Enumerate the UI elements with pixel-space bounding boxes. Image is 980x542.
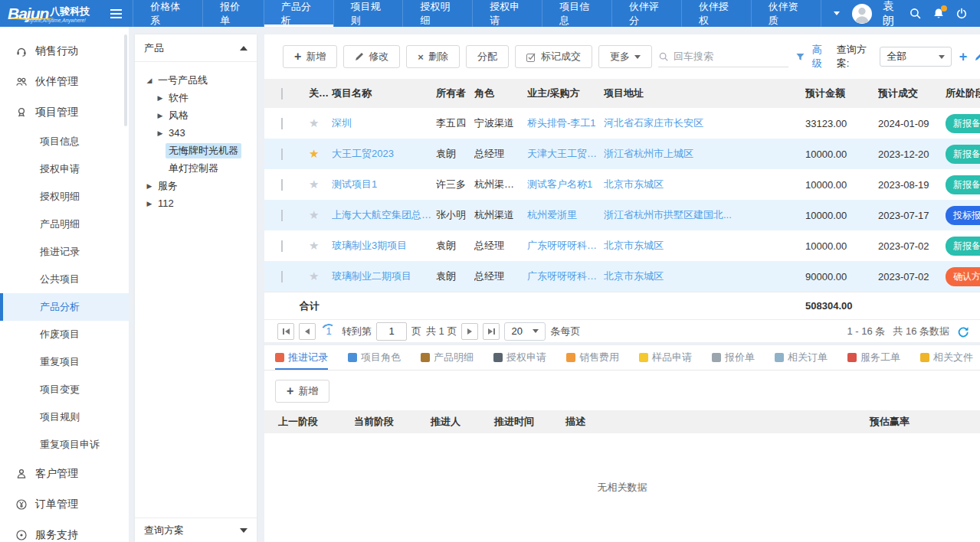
star-icon[interactable]: ★ <box>309 239 319 252</box>
more-button[interactable]: 更多 <box>598 45 652 68</box>
nav-item[interactable]: 项目信息 <box>542 0 611 27</box>
avatar[interactable] <box>852 4 872 24</box>
detail-tab[interactable]: 产品明细 <box>421 345 474 370</box>
advanced-search-link[interactable]: 高级 <box>812 43 829 70</box>
star-icon[interactable]: ★ <box>309 178 319 191</box>
menu-toggle-icon[interactable] <box>100 0 133 27</box>
address-link[interactable]: 北京市东城区 <box>604 239 805 253</box>
sidebar-item[interactable]: 服务支持 <box>0 520 129 542</box>
buyer-link[interactable]: 杭州爱浙里 <box>527 208 604 222</box>
project-name-link[interactable]: 大王工贸2023 <box>332 147 436 161</box>
tree-node[interactable]: ▶ 软件 <box>139 89 252 106</box>
collapse-up-icon[interactable] <box>240 46 247 51</box>
bell-icon[interactable] <box>932 8 945 20</box>
first-page-button[interactable] <box>277 323 294 340</box>
sidebar-scrollbar[interactable] <box>124 34 127 126</box>
star-icon[interactable]: ★ <box>309 208 319 221</box>
nav-item[interactable]: 授权申请 <box>472 0 542 27</box>
sidebar-item[interactable]: 项目信息 <box>0 128 129 155</box>
nav-more-dropdown[interactable] <box>821 0 852 27</box>
prev-page-button[interactable] <box>299 323 316 340</box>
add-button[interactable]: + 新增 <box>283 45 337 68</box>
detail-tab[interactable]: 授权申请 <box>493 345 546 370</box>
nav-item[interactable]: 伙伴授权 <box>681 0 751 27</box>
current-page[interactable]: 1 <box>320 323 337 340</box>
assign-button[interactable]: 分配 <box>466 45 509 68</box>
last-page-button[interactable] <box>483 323 500 340</box>
sidebar-item[interactable]: 产品分析 <box>0 293 129 321</box>
search-icon[interactable] <box>909 7 922 20</box>
project-name-link[interactable]: 玻璃制业二期项目 <box>332 269 436 283</box>
detail-tab[interactable]: 报价单 <box>712 345 755 370</box>
row-checkbox[interactable] <box>281 271 283 282</box>
star-icon[interactable]: ★ <box>309 147 319 160</box>
detail-tab[interactable]: 服务工单 <box>847 345 900 370</box>
buyer-link[interactable]: 广东呀呀呀科技有限... <box>527 269 604 283</box>
search-input[interactable] <box>674 51 788 62</box>
tree-header[interactable]: 产品 <box>135 34 257 62</box>
row-checkbox[interactable] <box>281 179 283 191</box>
detail-tab[interactable]: 相关订单 <box>775 345 828 370</box>
query-plan-select[interactable]: 全部 <box>880 47 952 67</box>
tree-expander-icon[interactable]: ▶ <box>155 94 166 102</box>
project-name-link[interactable]: 玻璃制业3期项目 <box>332 239 436 253</box>
tree-node[interactable]: 无悔牌时光机器 <box>139 142 252 159</box>
mark-deal-button[interactable]: 标记成交 <box>515 45 592 68</box>
tree-node[interactable]: ▶ 112 <box>139 194 252 212</box>
address-link[interactable]: 浙江省杭州市拱墅区建国北... <box>604 208 805 222</box>
tree-node[interactable]: ▶ 风格 <box>139 106 252 124</box>
nav-item[interactable]: 产品分析 <box>264 0 333 27</box>
address-link[interactable]: 河北省石家庄市长安区 <box>604 116 805 130</box>
row-checkbox[interactable] <box>281 118 283 129</box>
edit-plan-icon[interactable] <box>975 51 980 62</box>
sidebar-item[interactable]: 伙伴管理 <box>0 67 129 97</box>
detail-tab[interactable]: 样品申请 <box>639 345 692 370</box>
tree-expander-icon[interactable]: ▶ <box>155 112 166 119</box>
nav-item[interactable]: 价格体系 <box>133 0 202 27</box>
add-plan-icon[interactable]: + <box>959 50 968 64</box>
sidebar-item[interactable]: 授权明细 <box>0 183 129 211</box>
buyer-link[interactable]: 桥头排骨-李工1 <box>527 116 604 130</box>
table-row[interactable]: ★ 测试项目1 许三多 杭州渠道经理 测试客户名称1 北京市东城区 10000.… <box>264 169 980 200</box>
goto-page-input[interactable] <box>376 322 407 341</box>
nav-item[interactable]: 伙伴资质 <box>751 0 821 27</box>
star-icon[interactable]: ★ <box>309 269 319 282</box>
row-checkbox[interactable] <box>281 149 283 160</box>
detail-tab[interactable]: 销售费用 <box>566 345 619 370</box>
nav-item[interactable]: 伙伴评分 <box>611 0 681 27</box>
sidebar-item[interactable]: 授权申请 <box>0 155 129 183</box>
tree-expander-icon[interactable]: ▶ <box>144 200 155 207</box>
query-plan-footer[interactable]: 查询方案 <box>135 518 257 542</box>
tree-node[interactable]: ▶ 服务 <box>139 177 252 194</box>
nav-item[interactable]: 报价单 <box>202 0 263 27</box>
edit-button[interactable]: 修改 <box>343 45 400 68</box>
sidebar-item[interactable]: 作废项目 <box>0 321 129 348</box>
page-size-select[interactable]: 20 <box>504 322 546 341</box>
detail-tab[interactable]: 项目角色 <box>348 345 401 370</box>
user-name[interactable]: 袁朗 <box>883 0 898 28</box>
buyer-link[interactable]: 广东呀呀呀科技有限... <box>527 239 604 253</box>
sidebar-item[interactable]: 项目管理 <box>0 97 129 128</box>
nav-item[interactable]: 项目规则 <box>333 0 403 27</box>
sidebar-item[interactable]: 产品明细 <box>0 211 129 238</box>
sidebar-item[interactable]: 订单管理 <box>0 489 129 520</box>
row-checkbox[interactable] <box>281 240 283 252</box>
sidebar-item[interactable]: 项目变更 <box>0 376 129 403</box>
tree-expander-icon[interactable]: ▶ <box>144 182 155 190</box>
tree-node[interactable]: 单灯控制器 <box>139 159 252 177</box>
buyer-link[interactable]: 天津大王工贸有限公司 <box>527 147 604 161</box>
project-name-link[interactable]: 测试项目1 <box>332 178 436 191</box>
star-icon[interactable]: ★ <box>309 116 319 129</box>
sidebar-item[interactable]: 项目规则 <box>0 403 129 431</box>
sidebar-item[interactable]: 客户管理 <box>0 459 129 489</box>
filter-funnel-icon[interactable] <box>796 52 805 62</box>
sidebar-item[interactable]: 销售行动 <box>0 36 129 67</box>
select-all-checkbox[interactable] <box>281 88 283 100</box>
project-name-link[interactable]: 深圳 <box>332 116 436 130</box>
table-row[interactable]: ★ 大王工贸2023 袁朗 总经理 天津大王工贸有限公司 浙江省杭州市上城区 1… <box>264 139 980 169</box>
tree-expander-icon[interactable]: ▶ <box>155 129 166 137</box>
sidebar-item[interactable]: 公共项目 <box>0 266 129 293</box>
tree-node[interactable]: ▶ 343 <box>139 124 252 142</box>
buyer-link[interactable]: 测试客户名称1 <box>527 178 604 191</box>
address-link[interactable]: 北京市东城区 <box>604 269 805 283</box>
